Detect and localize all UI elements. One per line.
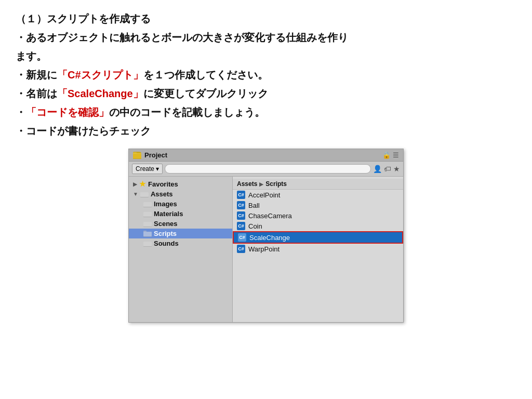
sounds-label: Sounds (154, 240, 179, 247)
right-item-warppoint[interactable]: C# WarpPoint (233, 244, 403, 254)
cs-icon-scalechange: C# (238, 233, 246, 242)
instruction-section: （１）スクリプトを作成する ・あるオブジェクトに触れるとボールの大きさが変化する… (16, 10, 516, 139)
sounds-folder-icon (143, 240, 152, 247)
line4: ・名前は「ScaleChange」に変更してダブルクリック (16, 85, 516, 102)
favorites-arrow: ▶ (133, 181, 137, 187)
line2b: ます。 (16, 48, 516, 64)
cs-icon-ball: C# (237, 201, 245, 209)
breadcrumb-scripts: Scripts (265, 180, 287, 188)
favorites-label: Favorites (148, 180, 178, 188)
right-item-accelpoint[interactable]: C# AccelPoint (233, 190, 403, 200)
panel-titlebar: Project 🔒 ☰ (129, 149, 403, 162)
sidebar-item-favorites[interactable]: ▶ ★ Favorites (129, 179, 232, 189)
cs-icon-warppoint: C# (237, 245, 245, 253)
panel-title: Project (144, 151, 167, 159)
svg-rect-3 (133, 154, 141, 158)
scenes-label: Scenes (154, 220, 178, 228)
cs-icon-accelpoint: C# (237, 191, 245, 199)
accelpoint-label: AccelPoint (248, 191, 280, 199)
sidebar-item-images[interactable]: Images (129, 199, 232, 209)
unity-panel: Project 🔒 ☰ Create ▾ 👤 🏷 ★ ▶ ★ Favorites (128, 149, 404, 323)
sidebar-item-scenes[interactable]: Scenes (129, 219, 232, 229)
tag-icon[interactable]: 🏷 (384, 165, 391, 173)
right-pane: Assets ▶ Scripts C# AccelPoint C# Ball C… (233, 177, 403, 322)
warppoint-label: WarpPoint (248, 245, 280, 253)
line2: ・あるオブジェクトに触れるとボールの大きさが変化する仕組みを作り (16, 29, 516, 46)
sidebar-item-assets[interactable]: ▼ Assets (129, 189, 232, 199)
images-folder-icon (143, 201, 152, 207)
assets-label: Assets (151, 190, 173, 198)
assets-arrow: ▼ (133, 191, 138, 197)
favorites-star-icon: ★ (139, 180, 146, 188)
breadcrumb-arrow: ▶ (259, 181, 263, 187)
chasecamera-label: ChaseCamera (248, 212, 292, 220)
svg-rect-12 (143, 212, 152, 217)
assets-folder-icon (140, 191, 149, 197)
right-item-coin[interactable]: C# Coin (233, 221, 403, 231)
folder-icon (133, 152, 141, 159)
line5: ・「コードを確認」の中のコードを記載しましょう。 (16, 104, 516, 121)
scripts-label: Scripts (154, 230, 177, 237)
scripts-folder-icon (143, 230, 152, 237)
unity-panel-wrapper: Project 🔒 ☰ Create ▾ 👤 🏷 ★ ▶ ★ Favorites (16, 149, 516, 323)
right-item-chasecamera[interactable]: C# ChaseCamera (233, 210, 403, 221)
scenes-folder-icon (143, 220, 152, 227)
breadcrumb: Assets ▶ Scripts (233, 179, 403, 190)
materials-folder-icon (143, 210, 152, 217)
svg-rect-18 (143, 232, 152, 236)
left-pane: ▶ ★ Favorites ▼ Assets (129, 177, 233, 322)
materials-label: Materials (154, 210, 183, 218)
sidebar-item-scripts[interactable]: Scripts (129, 229, 232, 238)
ball-label: Ball (248, 202, 260, 209)
scalechange-label: ScaleChange (249, 234, 290, 242)
person-icon[interactable]: 👤 (373, 165, 382, 173)
right-item-ball[interactable]: C# Ball (233, 200, 403, 210)
search-input[interactable] (165, 164, 371, 174)
images-label: Images (154, 200, 177, 208)
line1: （１）スクリプトを作成する (16, 10, 516, 27)
cs-icon-coin: C# (237, 222, 245, 230)
breadcrumb-assets: Assets (237, 180, 257, 188)
line6: ・コードが書けたらチェック (16, 123, 516, 139)
right-item-scalechange[interactable]: C# ScaleChange (233, 231, 403, 244)
svg-rect-15 (143, 222, 152, 227)
sidebar-item-sounds[interactable]: Sounds (129, 238, 232, 248)
coin-label: Coin (248, 222, 262, 230)
panel-body: ▶ ★ Favorites ▼ Assets (129, 177, 403, 322)
svg-rect-6 (140, 192, 149, 197)
svg-rect-9 (143, 202, 152, 207)
lock-icon[interactable]: 🔒 ☰ (382, 151, 399, 159)
toolbar: Create ▾ 👤 🏷 ★ (129, 162, 403, 177)
sidebar-item-materials[interactable]: Materials (129, 209, 232, 219)
line3: ・新規に「C#スクリプト」を１つ作成してください。 (16, 66, 516, 83)
cs-icon-chasecamera: C# (237, 211, 245, 220)
svg-rect-21 (143, 242, 152, 246)
create-button[interactable]: Create ▾ (132, 164, 163, 174)
star-toolbar-icon[interactable]: ★ (393, 165, 400, 173)
